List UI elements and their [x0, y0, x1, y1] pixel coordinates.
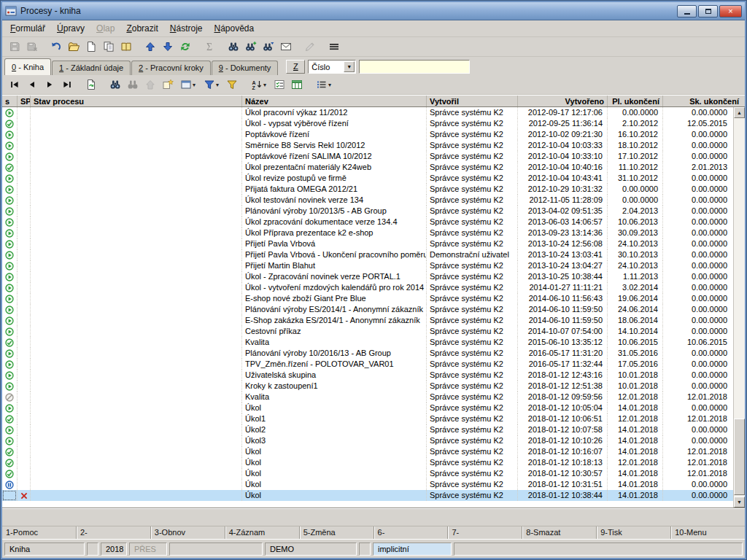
process-row[interactable]: Přijatá faktura OMEGA 2012/21Správce sys…	[2, 184, 733, 195]
fkey-4[interactable]: 4-Záznam	[225, 526, 299, 539]
column-header-sk[interactable]: Sk. ukončení	[662, 96, 745, 106]
process-row[interactable]: Úkol Příprava prezentace k2 e-shopSprávc…	[2, 228, 733, 238]
toolbar-find-icon[interactable]	[225, 39, 241, 55]
toolbar-new-doc-icon[interactable]	[82, 39, 99, 55]
column-header-vytvoril[interactable]: Vytvořil	[426, 96, 517, 106]
scroll-track[interactable]	[734, 118, 745, 497]
menu-upravy[interactable]: Úpravy	[51, 21, 90, 36]
nav-find-icon[interactable]	[107, 77, 123, 93]
process-row[interactable]: Cestovní příkazSprávce systému K22014-10…	[2, 326, 733, 337]
toolbar-refresh-icon[interactable]	[177, 39, 193, 55]
process-row[interactable]: Úkol zpracování dokumentace verze 134.4S…	[2, 217, 733, 228]
search-field-selector[interactable]: Číslo ▾	[308, 60, 356, 74]
tab-pracovni-kroky[interactable]: 2 - Pracovní kroky	[131, 61, 211, 75]
fkey-1[interactable]: 1-Pomoc	[2, 526, 76, 539]
column-header-nazev[interactable]: Název	[241, 96, 426, 106]
process-row[interactable]: Úkol1Správce systému K22018-01-12 10:06:…	[2, 413, 733, 424]
toolbar-mail-icon[interactable]	[277, 39, 294, 55]
process-row[interactable]: ÚkolSprávce systému K22018-01-12 10:30:5…	[2, 468, 733, 479]
process-row[interactable]: Poptávkové řízeníSprávce systému K22012-…	[2, 129, 733, 140]
process-row[interactable]: ÚkolSprávce systému K22018-01-12 10:31:5…	[2, 479, 733, 490]
process-row[interactable]: Přijetí Pavla Vrbová - Ukončení pracovní…	[2, 249, 733, 260]
nav-checklist-icon[interactable]	[271, 77, 287, 93]
process-row[interactable]: Úkol - vytvoření mzdových kalendářů pro …	[2, 282, 733, 293]
process-row[interactable]: Úkol - Zpracování novinek verze PORTAL.1…	[2, 271, 733, 282]
process-row[interactable]: Plánování výroby 10/2013/5 - AB GroupSpr…	[2, 206, 733, 217]
fkey-9[interactable]: 9-Tisk	[596, 526, 670, 539]
fkey-3[interactable]: 3-Obnov	[150, 526, 225, 539]
process-row[interactable]: Přijetí Martin BlahutSprávce systému K22…	[2, 260, 733, 271]
process-row[interactable]: E-shop nové zboží Giant Pre BlueSprávce …	[2, 293, 733, 304]
scroll-down-icon[interactable]: ▼	[734, 497, 745, 508]
menu-formular[interactable]: Formulář	[4, 21, 51, 36]
tab-kniha[interactable]: 0 - Kniha	[4, 58, 51, 75]
column-header-vytvoreno[interactable]: Vytvořeno	[517, 96, 607, 106]
nav-excel-icon[interactable]	[288, 77, 305, 93]
process-row[interactable]: Úkol - vypsat výběrové řízeníSprávce sys…	[2, 118, 733, 129]
fkey-10[interactable]: 10-Menu	[670, 526, 745, 539]
combo-dropdown-icon[interactable]: ▾	[344, 61, 355, 72]
toolbar-copy-icon[interactable]	[100, 39, 117, 55]
nav-nav-last-icon[interactable]	[58, 77, 75, 93]
fkey-8[interactable]: 8-Smazat	[522, 526, 596, 539]
process-row[interactable]: KvalitaSprávce systému K22018-01-12 09:5…	[2, 392, 733, 402]
process-row[interactable]: Kroky k zastoupení1Správce systému K2201…	[2, 381, 733, 392]
column-header-sp[interactable]: SP	[17, 96, 30, 106]
column-header-s[interactable]: s	[2, 96, 17, 106]
minimize-button[interactable]	[677, 5, 697, 18]
menu-zobrazit[interactable]: Zobrazit	[120, 21, 163, 36]
process-row[interactable]: KvalitaSprávce systému K22015-06-10 13:3…	[2, 337, 733, 348]
scroll-up-icon[interactable]: ▲	[734, 107, 745, 118]
toolbar-undo-icon[interactable]	[47, 39, 64, 55]
column-header-stav[interactable]: Stav procesu	[30, 96, 241, 106]
nav-nav-next-icon[interactable]	[41, 77, 58, 93]
process-row[interactable]: Směrnice B8 Servis Rekl 10/2012Správce s…	[2, 140, 733, 151]
process-row[interactable]: Uživatelská skupinaSprávce systému K2201…	[2, 370, 733, 381]
process-row[interactable]: Plánování výroby 10/2016/13 - AB GroupSp…	[2, 348, 733, 359]
process-row[interactable]: Úkol prezentační materiály K24webSprávce…	[2, 162, 733, 173]
toolbar-find-add-icon[interactable]	[242, 39, 259, 55]
nav-nav-prev-icon[interactable]	[23, 77, 40, 93]
process-row[interactable]: Úkol pracovní výkaz 11/2012Správce systé…	[2, 107, 733, 118]
quick-search-input[interactable]	[359, 60, 470, 74]
maximize-button[interactable]	[698, 5, 718, 18]
column-header-pl[interactable]: Pl. ukončení	[607, 96, 662, 106]
process-row[interactable]: ÚkolSprávce systému K22018-01-12 10:16:0…	[2, 446, 733, 457]
nav-refresh-view-icon[interactable]	[82, 77, 99, 93]
process-row[interactable]: Přijetí Pavla VrbováSprávce systému K220…	[2, 238, 733, 249]
process-row[interactable]: Úkol3Správce systému K22018-01-12 10:10:…	[2, 435, 733, 446]
process-row[interactable]: E-Shop zakázka ES/2014/1 - Anonymní záka…	[2, 315, 733, 326]
process-row[interactable]: Úkol testování novinek verze 134Správce …	[2, 195, 733, 206]
process-row[interactable]: Plánování výroby ES/2014/1 - Anonymní zá…	[2, 304, 733, 315]
nav-filter-y-icon[interactable]	[223, 77, 240, 93]
nav-nav-first-icon[interactable]	[6, 77, 23, 93]
vertical-scrollbar[interactable]: ▲ ▼	[733, 107, 745, 508]
process-row[interactable]: Úkol revize postupů ve firměSprávce syst…	[2, 173, 733, 184]
nav-actions-icon[interactable]: ▾	[177, 77, 199, 93]
toolbar-move-down-icon[interactable]	[159, 39, 176, 55]
process-row[interactable]: ÚkolSprávce systému K22018-01-12 10:05:0…	[2, 402, 733, 413]
nav-filter-icon[interactable]: ▾	[200, 77, 222, 93]
nav-new-star-icon[interactable]	[159, 77, 176, 93]
process-row[interactable]: ÚkolSprávce systému K22018-01-12 10:38:4…	[2, 490, 733, 501]
process-row[interactable]: ÚkolSprávce systému K22018-01-12 10:18:1…	[2, 457, 733, 468]
fkey-6[interactable]: 6-	[374, 526, 448, 539]
fkey-5[interactable]: 5-Změna	[299, 526, 374, 539]
menu-napoveda[interactable]: Nápověda	[208, 21, 260, 36]
toolbar-open-icon[interactable]	[65, 39, 82, 55]
tab-zakladni-udaje[interactable]: 1 - Základní údaje	[52, 61, 131, 75]
fkey-7[interactable]: 7-	[447, 526, 522, 539]
scroll-thumb[interactable]	[734, 419, 745, 495]
nav-sort-icon[interactable]: AZ▾	[247, 77, 270, 93]
close-button[interactable]: ×	[719, 5, 742, 18]
tab-dokumenty[interactable]: 9 - Dokumenty	[212, 61, 279, 75]
z-filter-button[interactable]: Z	[286, 60, 305, 74]
toolbar-find-next-icon[interactable]	[260, 39, 276, 55]
process-row[interactable]: Poptávkové řízení SALIMA 10/2012Správce …	[2, 151, 733, 162]
toolbar-menu-list-icon[interactable]	[325, 39, 342, 55]
toolbar-move-up-icon[interactable]	[142, 39, 158, 55]
fkey-2[interactable]: 2-	[76, 526, 150, 539]
nav-view-config-icon[interactable]: ▾	[312, 77, 335, 93]
menu-nastroje[interactable]: Nástroje	[164, 21, 209, 36]
process-row[interactable]: TPV_Změn.řízení - POLOTOVAR_VAR01Správce…	[2, 359, 733, 370]
